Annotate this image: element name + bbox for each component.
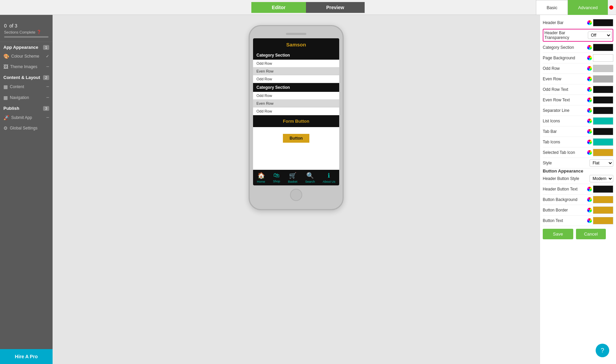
phone-odd-row-3: Odd Row (253, 92, 339, 100)
top-bar: Editor Preview 📱 Basic Advanced (0, 0, 616, 15)
category-section-swatch[interactable] (593, 44, 613, 51)
style-dropdown[interactable]: Flat Raised (590, 159, 613, 167)
main-layout: 0 of 3 Sections Complete ❓ App Appearanc… (0, 15, 616, 364)
tab-bar-color-wheel[interactable] (587, 129, 592, 134)
sidebar-item-content[interactable]: ▦ Content − (0, 81, 53, 92)
odd-row-color-wheel[interactable] (587, 66, 592, 71)
content-icon: ▦ (3, 84, 8, 89)
rp-row-header-bar: Header Bar (543, 18, 613, 28)
tab-editor[interactable]: Editor (251, 2, 306, 13)
counter-value: 0 (4, 23, 7, 28)
sidebar-item-navigation[interactable]: ▦ Navigation − (0, 92, 53, 103)
save-button[interactable]: Save (543, 229, 573, 239)
phone-mockup: Samson Category Section Odd Row Even Row… (249, 25, 344, 210)
separator-line-color-wheel[interactable] (587, 108, 592, 113)
sidebar-item-colour-scheme[interactable]: 🎨 Colour Scheme ✓ (0, 51, 53, 61)
phone-home-button[interactable] (290, 189, 302, 201)
sidebar-item-submit-app[interactable]: 🚀 Submit App − (0, 112, 53, 123)
colour-scheme-label: Colour Scheme (11, 54, 39, 59)
page-background-color-wheel[interactable] (587, 56, 592, 60)
page-background-swatch[interactable] (593, 54, 613, 62)
even-row-text-swatch[interactable] (593, 96, 613, 104)
button-background-swatch[interactable] (593, 196, 613, 203)
tab-basket[interactable]: 🛒 Basket (288, 172, 297, 183)
list-icons-label: List Icons (543, 119, 587, 123)
rp-action-buttons: Save Cancel (543, 226, 613, 242)
tab-shop[interactable]: 🛍 Shop (273, 172, 280, 183)
even-row-swatch[interactable] (593, 75, 613, 83)
odd-row-text-color-wheel[interactable] (587, 87, 592, 92)
tab-icons-color-wheel[interactable] (587, 140, 592, 144)
category-section-label: Category Section (543, 45, 587, 50)
help-button[interactable]: ? (596, 344, 609, 357)
sidebar-section-publish: Publish 3 (0, 103, 53, 112)
sidebar-item-global-settings[interactable]: ⚙ Global Settings (0, 123, 53, 133)
button-text-label: Button Text (543, 218, 587, 223)
rp-row-even-row-text: Even Row Text (543, 95, 613, 105)
sidebar-item-theme-images[interactable]: 🖼 Theme Images − (0, 61, 53, 72)
header-bar-transparency-label: Header Bar Transparency (544, 31, 588, 40)
hire-a-pro-button[interactable]: Hire A Pro (0, 349, 53, 364)
header-button-style-dropdown[interactable]: Modern Classic (590, 175, 613, 182)
tab-search[interactable]: 🔍 Search (305, 172, 315, 183)
phone-white-space (253, 149, 339, 170)
odd-row-label: Odd Row (543, 66, 587, 71)
advanced-button[interactable]: Advanced (568, 0, 608, 15)
minus-icon-navigation: − (46, 95, 49, 101)
header-bar-swatch[interactable] (593, 19, 613, 26)
tab-about-us[interactable]: ℹ About Us (323, 172, 335, 183)
rocket-icon: 🚀 (3, 115, 9, 120)
counter-of: of (9, 23, 14, 28)
content-label: Content (10, 84, 24, 89)
tab-home-label: Home (257, 180, 265, 183)
selected-tab-icon-color-wheel[interactable] (587, 150, 592, 155)
selected-tab-icon-swatch[interactable] (593, 149, 613, 156)
submit-app-label: Submit App (11, 115, 32, 120)
tab-bar-label: Tab Bar (543, 129, 587, 134)
section-num-2: 2 (43, 75, 49, 80)
basket-icon: 🛒 (289, 172, 296, 179)
global-settings-label: Global Settings (10, 126, 37, 130)
button-background-color-wheel[interactable] (587, 197, 592, 202)
odd-row-text-swatch[interactable] (593, 86, 613, 93)
phone-button[interactable]: Button (283, 134, 310, 143)
phone-tab-bar: 🏠 Home 🛍 Shop 🛒 Basket 🔍 Search (253, 170, 339, 185)
category-section-color-wheel[interactable] (587, 45, 592, 50)
sections-complete-label: Sections Complete ❓ (4, 30, 49, 34)
header-bar-color-wheel[interactable] (587, 20, 592, 25)
sidebar: 0 of 3 Sections Complete ❓ App Appearanc… (0, 15, 53, 364)
header-button-text-swatch[interactable] (593, 185, 613, 193)
odd-row-text-label: Odd Row Text (543, 87, 587, 92)
header-bar-label: Header Bar (543, 20, 587, 25)
list-icons-swatch[interactable] (593, 117, 613, 125)
phone-screen: Samson Category Section Odd Row Even Row… (253, 38, 339, 185)
header-bar-transparency-dropdown[interactable]: Off On (588, 32, 612, 39)
cancel-button[interactable]: Cancel (576, 229, 606, 239)
rp-row-selected-tab-icon: Selected Tab Icon (543, 147, 613, 158)
tab-preview[interactable]: Preview (306, 2, 365, 13)
header-button-text-color-wheel[interactable] (587, 187, 592, 191)
rp-row-header-button-text: Header Button Text (543, 184, 613, 195)
tab-home[interactable]: 🏠 Home (257, 172, 265, 183)
separator-line-swatch[interactable] (593, 107, 613, 114)
button-border-label: Button Border (543, 208, 587, 213)
button-border-color-wheel[interactable] (587, 208, 592, 213)
tab-bar-swatch[interactable] (593, 128, 613, 135)
section-num-3: 3 (43, 106, 49, 111)
sections-counter: 0 of 3 (4, 19, 49, 30)
even-row-color-wheel[interactable] (587, 77, 592, 81)
header-button-style-label: Header Button Style (543, 176, 590, 181)
even-row-text-color-wheel[interactable] (587, 98, 592, 102)
button-text-swatch[interactable] (593, 217, 613, 224)
button-border-swatch[interactable] (593, 206, 613, 214)
sidebar-section-app-appearance: App Appearance 1 (0, 42, 53, 51)
rp-row-header-bar-transparency: Header Bar Transparency Off On (543, 29, 613, 42)
basic-button[interactable]: Basic (536, 0, 568, 15)
odd-row-swatch[interactable] (593, 65, 613, 72)
tab-search-label: Search (305, 180, 315, 183)
list-icons-color-wheel[interactable] (587, 119, 592, 123)
tab-icons-swatch[interactable] (593, 138, 613, 146)
even-row-text-label: Even Row Text (543, 98, 587, 102)
sidebar-header: 0 of 3 Sections Complete ❓ (0, 15, 53, 42)
button-text-color-wheel[interactable] (587, 218, 592, 223)
